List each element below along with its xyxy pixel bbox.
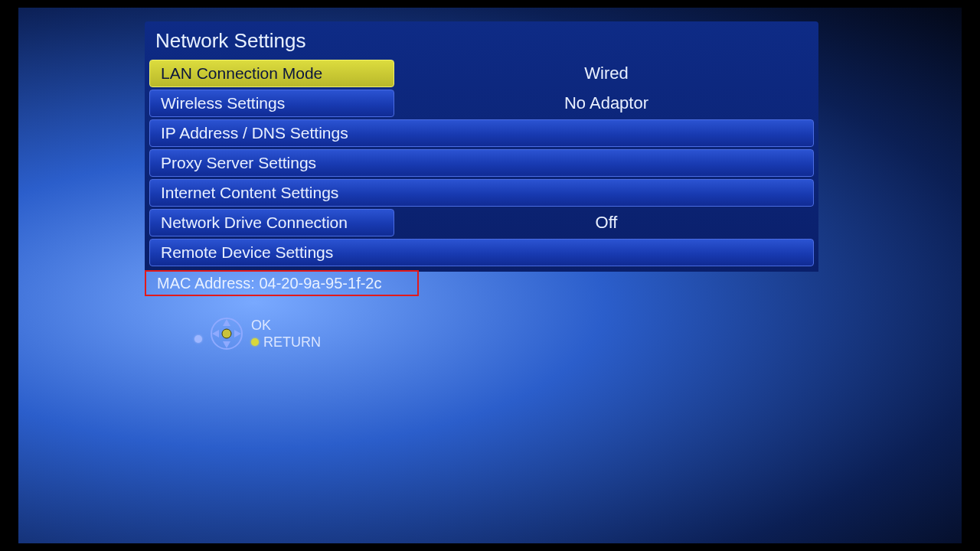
svg-marker-4 [212,330,219,337]
settings-item-button[interactable]: IP Address / DNS Settings [149,119,814,147]
page-title: Network Settings [145,21,818,57]
settings-row: Proxy Server Settings [149,149,814,177]
settings-row: Remote Device Settings [149,239,814,266]
dot-marker-icon [194,335,202,343]
settings-row: Network Drive ConnectionOff [149,209,814,236]
settings-row: Wireless SettingsNo Adaptor [149,90,814,117]
settings-item-label: Network Drive Connection [161,214,348,232]
settings-row: LAN Connection ModeWired [149,60,814,87]
settings-item-button[interactable]: Remote Device Settings [149,239,814,266]
settings-item-label: IP Address / DNS Settings [161,124,348,142]
settings-item-label: Remote Device Settings [161,243,333,262]
settings-item-label: Wireless Settings [161,94,285,112]
settings-row: IP Address / DNS Settings [149,119,814,147]
dot-return-icon [251,338,259,346]
mac-label: MAC Address: [157,275,255,292]
settings-panel: Network Settings LAN Connection ModeWire… [145,21,818,272]
settings-item-label: Internet Content Settings [161,184,338,202]
settings-item-label: LAN Connection Mode [161,64,322,83]
svg-point-1 [222,329,231,338]
settings-row: Internet Content Settings [149,179,814,207]
settings-item-value: Off [399,209,814,236]
hint-return-label: RETURN [263,334,321,350]
svg-marker-2 [223,319,230,326]
mac-address-highlight: MAC Address: 04-20-9a-95-1f-2c [145,270,419,296]
svg-marker-3 [223,341,230,348]
settings-item-label: Proxy Server Settings [161,154,316,172]
svg-marker-5 [234,330,241,337]
tv-screen: Network Settings LAN Connection ModeWire… [18,8,962,543]
settings-item-button[interactable]: Internet Content Settings [149,179,814,207]
settings-item-value: No Adaptor [399,90,814,117]
hint-ok-label: OK [251,317,271,334]
settings-item-button[interactable]: Network Drive Connection [149,209,394,236]
settings-item-button[interactable]: Proxy Server Settings [149,149,814,177]
nav-hints: OK RETURN [194,317,321,350]
dpad-icon [210,317,243,350]
settings-item-button[interactable]: Wireless Settings [149,90,394,117]
mac-value: 04-20-9a-95-1f-2c [259,275,381,292]
settings-item-button[interactable]: LAN Connection Mode [149,60,394,87]
settings-list: LAN Connection ModeWiredWireless Setting… [145,60,818,266]
settings-item-value: Wired [399,60,814,87]
